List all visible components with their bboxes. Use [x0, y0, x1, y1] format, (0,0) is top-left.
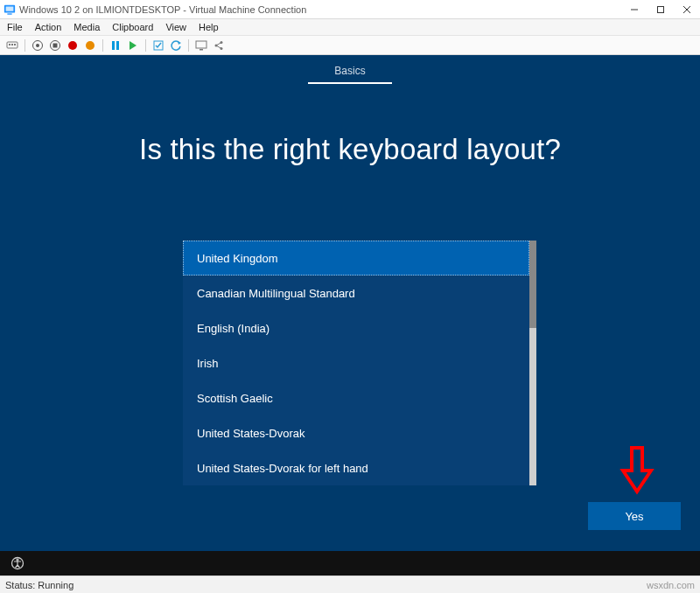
- toolbar-separator: [102, 39, 103, 52]
- svg-rect-2: [7, 13, 11, 14]
- annotation-arrow-icon: [620, 446, 654, 495]
- menu-file[interactable]: File: [7, 22, 23, 32]
- window-minimize-button[interactable]: [621, 0, 648, 19]
- scrollbar-thumb[interactable]: [529, 241, 536, 328]
- share-icon[interactable]: [212, 38, 226, 52]
- start-icon[interactable]: [31, 38, 45, 52]
- reset-icon[interactable]: [126, 38, 140, 52]
- toolbar-separator: [145, 39, 146, 52]
- svg-rect-10: [14, 44, 16, 45]
- list-item[interactable]: United Kingdom: [183, 241, 529, 276]
- menu-view[interactable]: View: [165, 22, 186, 32]
- oobe-bottom-bar: [0, 551, 700, 576]
- oobe-tab-basics[interactable]: Basics: [308, 63, 391, 84]
- oobe-tabs: Basics: [0, 55, 700, 84]
- svg-marker-21: [178, 41, 181, 45]
- list-item-label: Canadian Multilingual Standard: [197, 287, 355, 300]
- keyboard-layout-list: United Kingdom Canadian Multilingual Sta…: [183, 241, 536, 485]
- list-item-label: Irish: [197, 357, 219, 370]
- toolbar-separator: [24, 39, 25, 52]
- list-scrollbar[interactable]: [529, 241, 536, 485]
- tool-bar: [0, 36, 700, 55]
- svg-rect-17: [112, 41, 115, 50]
- revert-icon[interactable]: [169, 38, 183, 52]
- list-item-label: Scottish Gaelic: [197, 392, 273, 405]
- list-item[interactable]: English (India): [183, 310, 529, 345]
- yes-button[interactable]: Yes: [588, 502, 681, 530]
- list-item[interactable]: Irish: [183, 345, 529, 380]
- list-item-label: United States-Dvorak: [197, 427, 305, 440]
- list-item[interactable]: Scottish Gaelic: [183, 380, 529, 415]
- menu-help[interactable]: Help: [199, 22, 219, 32]
- status-bar: Status: Running wsxdn.com: [0, 576, 700, 593]
- save-icon[interactable]: [83, 38, 97, 52]
- window-title-bar: Windows 10 2 on ILMIONTDESKTOP - Virtual…: [0, 0, 700, 19]
- svg-rect-22: [196, 41, 206, 48]
- svg-rect-1: [6, 6, 14, 10]
- toolbar-separator: [188, 39, 189, 52]
- svg-point-16: [86, 41, 94, 50]
- list-item-label: English (India): [197, 322, 270, 335]
- watermark: wsxdn.com: [647, 580, 695, 590]
- list-item[interactable]: Canadian Multilingual Standard: [183, 276, 529, 310]
- yes-button-label: Yes: [625, 510, 643, 523]
- window-title: Windows 10 2 on ILMIONTDESKTOP - Virtual…: [19, 4, 306, 15]
- shut-down-icon[interactable]: [66, 38, 80, 52]
- svg-marker-19: [130, 41, 136, 50]
- window-maximize-button[interactable]: [648, 0, 674, 19]
- svg-rect-4: [658, 6, 664, 12]
- turn-off-icon[interactable]: [48, 38, 62, 52]
- list-item-label: United States-Dvorak for left hand: [197, 462, 368, 475]
- svg-rect-9: [11, 44, 13, 45]
- pause-icon[interactable]: [108, 38, 122, 52]
- menu-action[interactable]: Action: [35, 22, 62, 32]
- svg-line-28: [216, 45, 221, 49]
- checkpoint-icon[interactable]: [151, 38, 165, 52]
- guest-screen: Basics Is this the right keyboard layout…: [0, 55, 700, 576]
- svg-rect-14: [53, 43, 58, 47]
- list-item[interactable]: United States-Dvorak: [183, 415, 529, 450]
- window-close-button[interactable]: [674, 0, 700, 19]
- svg-rect-8: [9, 44, 10, 45]
- page-title: Is this the right keyboard layout?: [0, 133, 700, 166]
- menu-clipboard[interactable]: Clipboard: [112, 22, 153, 32]
- status-text: Status: Running: [5, 580, 74, 590]
- enhanced-session-icon[interactable]: [194, 38, 208, 52]
- app-icon: [4, 3, 16, 16]
- svg-line-27: [216, 42, 221, 45]
- svg-rect-23: [200, 49, 203, 51]
- svg-point-15: [68, 41, 77, 50]
- ctrl-alt-del-icon[interactable]: [5, 38, 19, 52]
- list-item[interactable]: United States-Dvorak for left hand: [183, 450, 529, 485]
- svg-rect-18: [116, 41, 119, 50]
- menu-media[interactable]: Media: [74, 22, 100, 32]
- list-item-label: United Kingdom: [197, 252, 278, 265]
- accessibility-icon[interactable]: [10, 556, 24, 570]
- menu-bar: File Action Media Clipboard View Help: [0, 19, 700, 36]
- svg-point-12: [36, 44, 39, 47]
